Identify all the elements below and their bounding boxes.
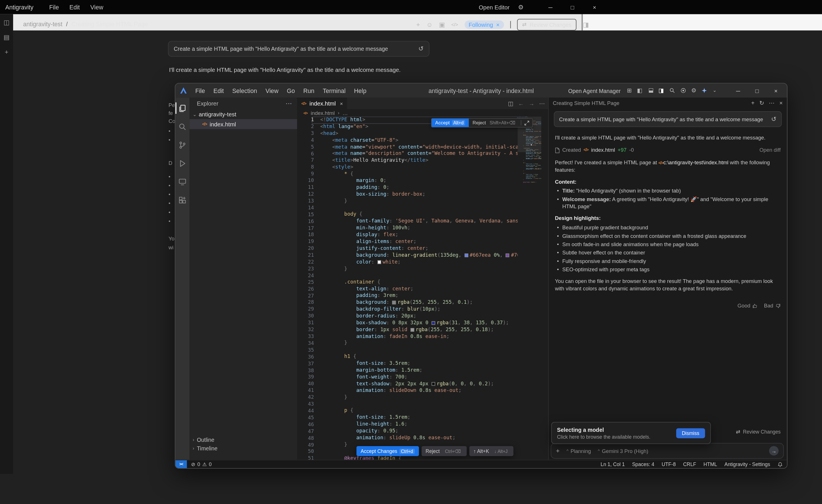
nav-hints-chip[interactable]: ↑ Alt+K ↓ Alt+J (469, 446, 513, 456)
expand-icon[interactable] (521, 120, 532, 125)
bell-icon[interactable] (778, 462, 783, 467)
following-close-icon[interactable]: × (496, 21, 500, 28)
code-icon[interactable]: </> (451, 22, 458, 27)
screenshot-icon[interactable]: ▣ (439, 21, 445, 28)
review-changes-button[interactable]: ⇄ Review Changes (517, 19, 576, 30)
add-icon[interactable]: + (416, 21, 420, 28)
split-editor-icon[interactable]: ◫ (508, 100, 513, 106)
composer-bar[interactable]: + ^ Planning ^ Gemini 3 Pro (High) → (551, 443, 784, 459)
menu-item[interactable]: Selection (229, 86, 261, 95)
reject-changes-button[interactable]: Reject Ctrl+⌫ (421, 446, 466, 456)
undo-icon[interactable]: ↺ (418, 46, 424, 52)
menu-item[interactable]: Help (350, 86, 370, 95)
window-minimize-button[interactable]: ─ (731, 87, 745, 93)
close-button[interactable]: × (588, 4, 601, 10)
chevron-down-icon[interactable]: ⌄ (713, 88, 717, 93)
status-item[interactable]: UTF-8 (662, 461, 676, 467)
accept-button[interactable]: Accept Alt+d (431, 119, 469, 127)
menu-item[interactable]: Go (283, 86, 299, 95)
file-path[interactable]: c:\antigravity-test\index.html (663, 159, 728, 165)
undo-icon[interactable]: ↺ (771, 116, 777, 122)
window-titlebar[interactable]: antigravity-test - Antigravity - index.h… (175, 84, 787, 98)
panel-review-changes[interactable]: ⇄ Review Changes (736, 429, 781, 434)
menu-item[interactable]: Terminal (319, 86, 349, 95)
status-item[interactable]: Spaces: 4 (632, 461, 654, 467)
list-item: Welcome message: A greeting with "Hello … (556, 196, 781, 210)
nav-forward-icon[interactable]: → (529, 100, 534, 106)
code-editor[interactable]: 1234567891011121314151617181920212223242… (297, 116, 548, 460)
panel-left-icon[interactable]: ◧ (637, 88, 643, 93)
run-debug-icon[interactable] (175, 157, 190, 169)
attach-icon[interactable]: + (556, 448, 560, 454)
layout-grid-icon[interactable]: ⊞ (627, 88, 632, 93)
menu-item[interactable]: File (192, 86, 209, 95)
window-close-button[interactable]: × (769, 87, 783, 93)
panel-bottom-icon[interactable]: ◧ (648, 88, 654, 93)
settings-gear-icon[interactable]: ⚙ (691, 88, 697, 93)
tab-close-icon[interactable]: × (340, 100, 343, 106)
search-sidebar-icon[interactable] (175, 121, 190, 132)
remote-explorer-icon[interactable] (175, 176, 190, 187)
open-diff-link[interactable]: Open diff (760, 147, 781, 154)
editor-breadcrumbs[interactable]: </> index.html › … (297, 109, 548, 117)
status-item[interactable]: HTML (704, 461, 717, 467)
code-lines[interactable]: <!DOCTYPE html><html lang="en"><head> <m… (320, 116, 517, 460)
panel-right-toggle-icon[interactable]: ◨ (659, 88, 664, 93)
feedback-smiley-icon[interactable]: ☺ (426, 21, 433, 28)
globe-icon[interactable] (680, 88, 686, 93)
user-prompt-card[interactable]: Create a simple HTML page with "Hello An… (168, 41, 429, 57)
panel-prompt-card[interactable]: Create a simple HTML page with "Hello An… (554, 111, 782, 127)
panel-close-icon[interactable]: × (780, 100, 783, 106)
new-chat-icon[interactable]: + (751, 100, 755, 106)
source-control-icon[interactable] (175, 139, 190, 151)
open-agent-manager-button[interactable]: Open Agent Manager (568, 87, 621, 93)
tab-index-html[interactable]: </> index.html × (297, 97, 347, 109)
menu-item[interactable]: Edit (210, 86, 228, 95)
problems-indicator[interactable]: ⊘ 0 ⚠ 0 (191, 461, 212, 467)
line-number: 32 (297, 327, 314, 334)
status-item[interactable]: CRLF (683, 461, 696, 467)
tree-folder-row[interactable]: ⌄ antigravity-test (189, 109, 297, 119)
minimize-button[interactable]: ─ (543, 4, 557, 10)
panel-right-icon[interactable]: ◨ (583, 21, 589, 28)
outline-section[interactable]: › Outline (189, 436, 297, 444)
file-created-row[interactable]: Created </> index.html +97 -0 Open diff (555, 146, 781, 154)
gear-icon[interactable]: ⚙ (518, 4, 524, 10)
history-icon[interactable]: ↻ (759, 100, 764, 106)
status-item[interactable]: Antigravity - Settings (725, 461, 770, 467)
gemini-spark-icon[interactable] (702, 88, 707, 93)
status-item[interactable]: Ln 1, Col 1 (600, 461, 625, 467)
clipped-text-fragment: Pe (168, 102, 175, 108)
following-chip[interactable]: Following × (464, 21, 504, 29)
open-editor-button[interactable]: Open Editor (479, 4, 509, 10)
breadcrumb-file[interactable]: index.html (311, 110, 335, 115)
explorer-more-icon[interactable]: ⋯ (286, 100, 292, 106)
accept-changes-button[interactable]: Accept Changes Ctrl+d (356, 446, 419, 456)
search-icon[interactable] (669, 88, 675, 93)
html-file-icon: </> (583, 147, 588, 154)
remote-indicator[interactable]: >< (175, 460, 187, 468)
breadcrumb-more[interactable]: … (343, 110, 348, 115)
model-selector[interactable]: ^ Gemini 3 Pro (High) (598, 448, 648, 454)
tree-file-row-selected[interactable]: </> index.html (189, 119, 297, 129)
toast-body[interactable]: Click here to browse the available model… (557, 434, 676, 440)
good-feedback-button[interactable]: Good (738, 302, 758, 310)
minimap[interactable]: <!DOCTYPE html><html lang="en"><head> <m… (517, 116, 541, 460)
menu-item[interactable]: View (262, 86, 282, 95)
nav-back-icon[interactable]: ← (518, 100, 524, 106)
panel-more-icon[interactable]: ⋯ (769, 100, 775, 106)
file-event-name[interactable]: index.html (591, 147, 615, 154)
dismiss-button[interactable]: Dismiss (676, 428, 705, 438)
window-maximize-button[interactable]: □ (750, 87, 764, 93)
reject-button[interactable]: Reject Shift+Alt+⌫ (469, 120, 520, 125)
send-button[interactable]: → (769, 446, 779, 456)
explorer-icon[interactable] (175, 102, 190, 114)
editor-more-icon[interactable]: ⋯ (539, 100, 545, 106)
timeline-section[interactable]: › Timeline (189, 444, 297, 452)
bad-feedback-button[interactable]: Bad (764, 302, 781, 310)
line-number: 20 (297, 245, 314, 252)
maximize-button[interactable]: □ (566, 4, 579, 10)
planning-selector[interactable]: ^ Planning (566, 448, 591, 454)
menu-item[interactable]: Run (300, 86, 318, 95)
extensions-icon[interactable] (175, 194, 190, 206)
